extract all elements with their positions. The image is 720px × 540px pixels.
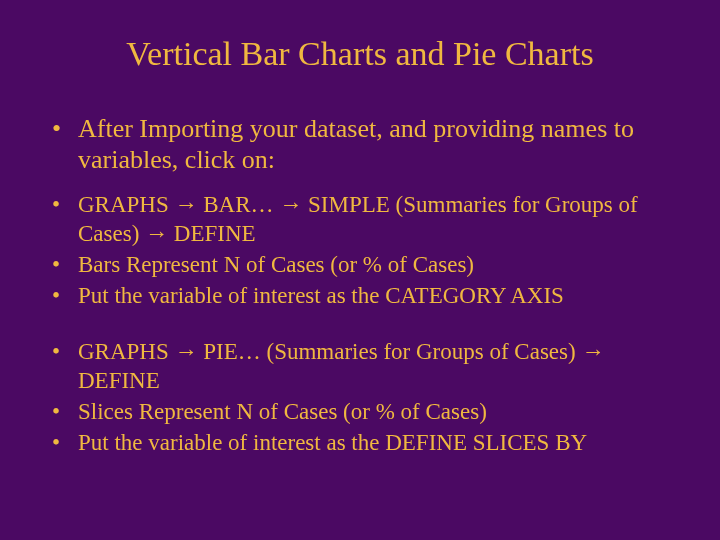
intro-bullet: After Importing your dataset, and provid…: [50, 113, 670, 175]
bullet-list: After Importing your dataset, and provid…: [50, 113, 670, 457]
pie-step-1: GRAPHS → PIE… (Summaries for Groups of C…: [50, 338, 670, 396]
bar-step-3: Put the variable of interest as the CATE…: [50, 282, 670, 311]
pie-step-3: Put the variable of interest as the DEFI…: [50, 429, 670, 458]
pie-step-2: Slices Represent N of Cases (or % of Cas…: [50, 398, 670, 427]
bar-step-1: GRAPHS → BAR… → SIMPLE (Summaries for Gr…: [50, 191, 670, 249]
slide-title: Vertical Bar Charts and Pie Charts: [50, 35, 670, 73]
bar-step-2: Bars Represent N of Cases (or % of Cases…: [50, 251, 670, 280]
